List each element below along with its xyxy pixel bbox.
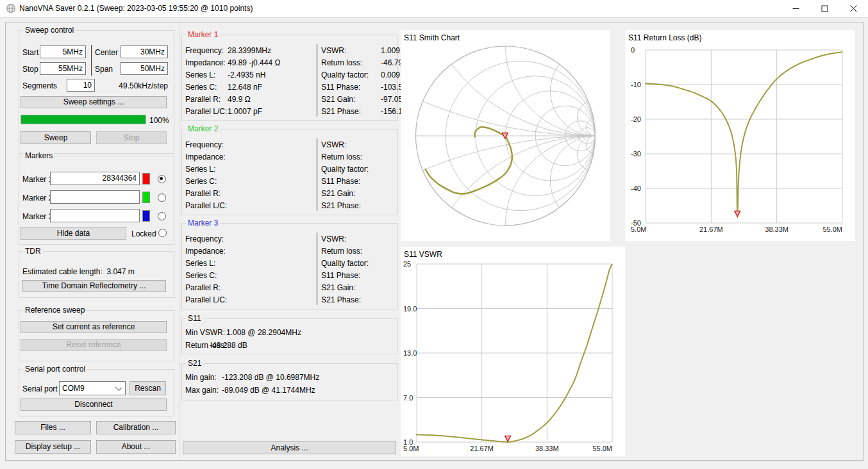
field-value: 49.9 Ω <box>228 95 251 104</box>
close-button[interactable] <box>839 0 868 17</box>
marker-3-detail-title: Marker 3 <box>186 218 220 227</box>
sweep-button[interactable]: Sweep <box>21 131 91 144</box>
set-reference-button[interactable]: Set current as reference <box>21 321 167 333</box>
reset-reference-button[interactable]: Reset reference <box>21 339 167 351</box>
min-gain-value: -123.208 dB @ 10.6987MHz <box>222 373 319 382</box>
marker-1-radio[interactable] <box>158 175 166 183</box>
svg-text:-10: -10 <box>631 81 641 88</box>
svg-text:0: 0 <box>631 46 635 54</box>
svg-text:19.0: 19.0 <box>403 305 417 313</box>
marker-2-input[interactable] <box>50 190 140 204</box>
svg-text:38.33M: 38.33M <box>765 226 789 233</box>
field-label: Return loss: <box>321 58 362 67</box>
vswr-chart[interactable]: S11 VSWR 5.0M21.67M38.33M55.0M2519.013.0… <box>401 247 625 456</box>
svg-text:1.0: 1.0 <box>403 438 413 446</box>
field-label: Quality factor: <box>321 259 369 268</box>
tdr-group-title: TDR <box>23 247 43 256</box>
analysis-button[interactable]: Analysis ... <box>183 441 396 454</box>
files-button[interactable]: Files ... <box>15 421 91 434</box>
svg-text:21.67M: 21.67M <box>699 226 723 233</box>
field-label: S11 Phase: <box>321 177 360 186</box>
field-label: Series C: <box>185 177 217 186</box>
s11-return-loss-value: -48.288 dB <box>210 341 247 350</box>
marker-3-color-swatch[interactable] <box>142 210 150 222</box>
svg-text:-40: -40 <box>631 185 641 192</box>
svg-text:7.0: 7.0 <box>403 394 413 402</box>
svg-text:-20: -20 <box>631 115 641 123</box>
calibration-button[interactable]: Calibration ... <box>96 421 176 434</box>
sweep-settings-button[interactable]: Sweep settings ... <box>21 96 167 108</box>
disconnect-button[interactable]: Disconnect <box>21 399 167 411</box>
field-value: 1.0007 pF <box>228 107 262 116</box>
min-vswr-value: 1.008 @ 28.2904MHz <box>226 328 301 337</box>
return-loss-chart[interactable]: S11 Return Loss (dB) 5.0M21.67M38.33M55.… <box>625 30 855 241</box>
field-label: S11 Phase: <box>321 271 360 280</box>
start-input[interactable]: 5MHz <box>40 45 86 58</box>
marker-2-color-swatch[interactable] <box>142 192 150 203</box>
span-input[interactable]: 50MHz <box>121 62 168 75</box>
field-label: Return loss: <box>321 152 362 161</box>
marker-1-detail-group: Marker 1Frequency:28.3399MHzVSWR:1.009Im… <box>181 35 398 121</box>
chevron-down-icon <box>115 384 122 391</box>
step-size-info: 49.50kHz/step <box>114 81 168 90</box>
serial-port-select[interactable]: COM9 <box>59 381 126 395</box>
marker-3-radio[interactable] <box>158 212 166 220</box>
field-label: S21 Gain: <box>321 95 355 104</box>
field-label: Parallel L/C: <box>185 201 227 210</box>
stop-input[interactable]: 55MHz <box>40 62 86 75</box>
field-label: Parallel R: <box>185 283 221 292</box>
marker-1-color-swatch[interactable] <box>142 173 150 185</box>
rescan-button[interactable]: Rescan <box>129 381 166 395</box>
stop-button[interactable]: Stop <box>96 131 167 144</box>
reference-sweep-title: Reference sweep <box>23 306 87 315</box>
field-label: VSWR: <box>321 140 346 149</box>
field-label: Series L: <box>185 70 215 79</box>
sweep-control-title: Sweep control <box>23 26 76 35</box>
segments-input[interactable]: 10 <box>67 79 95 92</box>
serial-port-label: Serial port <box>22 384 58 393</box>
marker-1-input[interactable]: 28344364 <box>50 172 140 185</box>
stop-label: Stop <box>22 65 38 74</box>
locked-label: Locked <box>131 229 156 238</box>
svg-text:25: 25 <box>403 260 411 268</box>
min-gain-row: Min gain:-123.208 dB @ 10.6987MHz <box>185 373 319 382</box>
field-label: S21 Phase: <box>321 107 361 116</box>
field-value: 12.648 nF <box>228 83 262 92</box>
svg-text:13.0: 13.0 <box>403 349 417 357</box>
maximize-button[interactable] <box>810 0 839 17</box>
smith-chart[interactable]: S11 Smith Chart <box>401 30 610 241</box>
svg-text:-50: -50 <box>631 219 641 227</box>
field-label: Parallel R: <box>185 95 221 104</box>
field-label: Frequency: <box>185 234 224 243</box>
svg-text:21.67M: 21.67M <box>470 445 494 452</box>
field-label: Parallel R: <box>185 189 221 198</box>
center-input[interactable]: 30MHz <box>121 45 168 58</box>
marker-3-detail-group: Marker 3Frequency:VSWR:Impedance:Return … <box>181 223 398 309</box>
serial-port-group-title: Serial port control <box>23 365 87 374</box>
vswr-chart-canvas: 5.0M21.67M38.33M55.0M2519.013.07.01.0 <box>401 247 625 456</box>
tdr-button[interactable]: Time Domain Reflectometry ... <box>22 280 166 292</box>
marker-2-detail-group: Marker 2Frequency:VSWR:Impedance:Return … <box>181 129 398 215</box>
s11-summary-group: S11 Min VSWR:1.008 @ 28.2904MHz Return l… <box>181 318 398 354</box>
marker-2-radio[interactable] <box>158 193 166 202</box>
start-label: Start <box>22 48 38 57</box>
about-button[interactable]: About ... <box>96 440 176 454</box>
locked-radio[interactable] <box>158 229 167 237</box>
center-label: Center <box>95 48 118 57</box>
markers-group-title: Markers <box>23 151 54 160</box>
app-window: NanoVNA Saver 0.2.1 (Sweep: 2023-03-05 1… <box>0 0 868 469</box>
marker-3-input[interactable] <box>50 209 140 222</box>
panel-divider <box>179 23 179 459</box>
s11-return-loss-row: Return loss:-48.288 dB <box>185 341 247 350</box>
field-label: Series C: <box>185 83 217 92</box>
minimize-button[interactable] <box>781 0 810 17</box>
cable-length-value: 3.047 m <box>106 267 134 276</box>
hide-data-button[interactable]: Hide data <box>21 227 126 240</box>
s11-return-loss-label: Return loss: <box>185 341 210 350</box>
display-setup-button[interactable]: Display setup ... <box>15 440 91 454</box>
column-divider <box>317 44 317 117</box>
min-vswr-label: Min VSWR: <box>185 328 226 337</box>
vswr-chart-title: S11 VSWR <box>404 250 442 259</box>
marker-3-label: Marker 3 <box>22 212 53 221</box>
field-value: 49.89 -j0.444 Ω <box>228 58 280 67</box>
